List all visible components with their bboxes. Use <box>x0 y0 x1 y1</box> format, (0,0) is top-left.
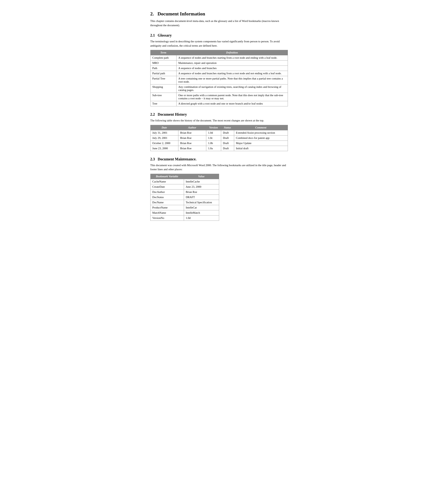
history-cell-comment: Extended Assist processing section <box>234 130 288 135</box>
glossary-intro: The terminology used in describing the s… <box>150 39 288 48</box>
bookmark-value: DRAFT <box>184 195 219 200</box>
bookmark-row: DocNameTechnical Specification <box>150 200 219 205</box>
bookmark-row: CacheNameIntelleCache <box>150 179 219 184</box>
maintenance-intro: This document was created with Microsoft… <box>150 163 288 171</box>
glossary-definition: A sequence of nodes and branches startin… <box>176 55 288 61</box>
history-col-status: Status <box>221 125 234 130</box>
bookmark-row: CreateDateJune 23, 2000 <box>150 184 219 189</box>
history-cell-version: 1.0c <box>206 135 221 140</box>
history-cell-date: July 29, 2001 <box>150 135 178 140</box>
bookmark-value: IntelleCat <box>184 205 219 210</box>
bookmark-value: Brian Roe <box>184 189 219 195</box>
history-cell-date: July 31, 2001 <box>150 130 178 135</box>
glossary-term: Tree <box>150 101 176 106</box>
glossary-definition: A tree containing one or more partial pa… <box>176 76 288 84</box>
subsection-heading-maintenance: Document Maintenance. <box>158 157 197 161</box>
bookmark-row: DocAuthorBrian Roe <box>150 189 219 195</box>
bookmark-value: IntelleMatch <box>184 210 219 215</box>
glossary-col-definition: Definition <box>176 50 288 55</box>
bookmark-variable: CacheName <box>150 179 184 184</box>
glossary-definition: Any combination of navigation of existin… <box>176 84 288 93</box>
glossary-row: Sub-treeOne or more paths with a common … <box>150 93 288 101</box>
glossary-term: Path <box>150 66 176 71</box>
history-cell-date: June 23, 2000 <box>150 146 178 151</box>
glossary-definition: A sequence of nodes and branches <box>176 66 288 71</box>
history-cell-comment: Initial draft <box>234 146 288 151</box>
bookmark-col-value: Value <box>184 174 219 179</box>
section-heading-text: Document Information <box>158 11 205 17</box>
glossary-col-term: Term <box>150 50 176 55</box>
glossary-term: MRO <box>150 61 176 66</box>
glossary-definition: A sequence of nodes and branches startin… <box>176 71 288 76</box>
history-row: June 23, 2000Brian Roe1.0aDraftInitial d… <box>150 146 288 151</box>
subsection-heading-history: Document History <box>158 112 187 116</box>
bookmark-variable: MatchName <box>150 210 184 215</box>
glossary-row: Partial pathA sequence of nodes and bran… <box>150 71 288 76</box>
history-cell-comment: Combined docs for patent app <box>234 135 288 140</box>
bookmark-value: 1.0d <box>184 215 219 220</box>
glossary-term: Partial path <box>150 71 176 76</box>
history-cell-status: Draft <box>221 140 234 146</box>
glossary-definition: One or more paths with a common parent n… <box>176 93 288 101</box>
glossary-definition: Maintenance, repair and operation <box>176 61 288 66</box>
bookmark-row: MatchNameIntelleMatch <box>150 210 219 215</box>
subsection-number-glossary: 2.1 <box>150 33 155 37</box>
glossary-row: ShoppingAny combination of navigation of… <box>150 84 288 93</box>
bookmark-row: ProductNameIntelleCat <box>150 205 219 210</box>
history-cell-author: Brian Roe <box>178 130 206 135</box>
history-col-comment: Comment <box>234 125 288 130</box>
history-cell-version: 1.0a <box>206 146 221 151</box>
bookmark-variable: DocStatus <box>150 195 184 200</box>
bookmark-row: DocStatusDRAFT <box>150 195 219 200</box>
history-cell-author: Brian Roe <box>178 140 206 146</box>
subsection-title-glossary: 2.1 Glossary <box>150 33 288 38</box>
bookmark-variable: VersionNo <box>150 215 184 220</box>
history-col-version: Version <box>206 125 221 130</box>
glossary-row: PathA sequence of nodes and branches <box>150 66 288 71</box>
glossary-term: Sub-tree <box>150 93 176 101</box>
section-number: 2. <box>150 11 154 17</box>
glossary-term: Shopping <box>150 84 176 93</box>
bookmark-value: June 23, 2000 <box>184 184 219 189</box>
glossary-row: Complete pathA sequence of nodes and bra… <box>150 55 288 61</box>
history-row: July 31, 2001Brian Roe1.0dDraftExtended … <box>150 130 288 135</box>
subsection-number-maintenance: 2.3 <box>150 157 155 161</box>
history-table: Date Author Version Status Comment July … <box>150 125 288 151</box>
history-cell-status: Draft <box>221 146 234 151</box>
bookmark-variable: ProductName <box>150 205 184 210</box>
glossary-row: TreeA directed graph with a root node an… <box>150 101 288 106</box>
history-cell-status: Draft <box>221 135 234 140</box>
glossary-table: Term Definition Complete pathA sequence … <box>150 50 288 106</box>
history-cell-version: 1.0b <box>206 140 221 146</box>
history-col-date: Date <box>150 125 178 130</box>
glossary-row: MROMaintenance, repair and operation <box>150 61 288 66</box>
bookmark-row: VersionNo1.0d <box>150 215 219 220</box>
section-intro: This chapter contains document-level met… <box>150 19 288 27</box>
history-intro: The following table shows the history of… <box>150 118 288 123</box>
history-cell-author: Brian Roe <box>178 135 206 140</box>
section-title: 2. Document Information <box>150 11 288 17</box>
history-cell-author: Brian Roe <box>178 146 206 151</box>
history-cell-date: October 2, 2000 <box>150 140 178 146</box>
history-col-author: Author <box>178 125 206 130</box>
history-cell-comment: Major Update <box>234 140 288 146</box>
history-cell-status: Draft <box>221 130 234 135</box>
bookmark-table: Bookmark Variable Value CacheNameIntelle… <box>150 174 219 221</box>
glossary-term: Partial Tree <box>150 76 176 84</box>
bookmark-variable: DocAuthor <box>150 189 184 195</box>
bookmark-value: Technical Specification <box>184 200 219 205</box>
bookmark-value: IntelleCache <box>184 179 219 184</box>
glossary-term: Complete path <box>150 55 176 61</box>
bookmark-variable: CreateDate <box>150 184 184 189</box>
subsection-title-history: 2.2 Document History <box>150 112 288 116</box>
history-row: October 2, 2000Brian Roe1.0bDraftMajor U… <box>150 140 288 146</box>
subsection-heading-glossary: Glossary <box>158 33 172 37</box>
glossary-row: Partial TreeA tree containing one or mor… <box>150 76 288 84</box>
bookmark-col-variable: Bookmark Variable <box>150 174 184 179</box>
history-cell-version: 1.0d <box>206 130 221 135</box>
history-row: July 29, 2001Brian Roe1.0cDraftCombined … <box>150 135 288 140</box>
glossary-definition: A directed graph with a root node and on… <box>176 101 288 106</box>
bookmark-variable: DocName <box>150 200 184 205</box>
subsection-number-history: 2.2 <box>150 112 155 116</box>
subsection-title-maintenance: 2.3 Document Maintenance. <box>150 157 288 161</box>
